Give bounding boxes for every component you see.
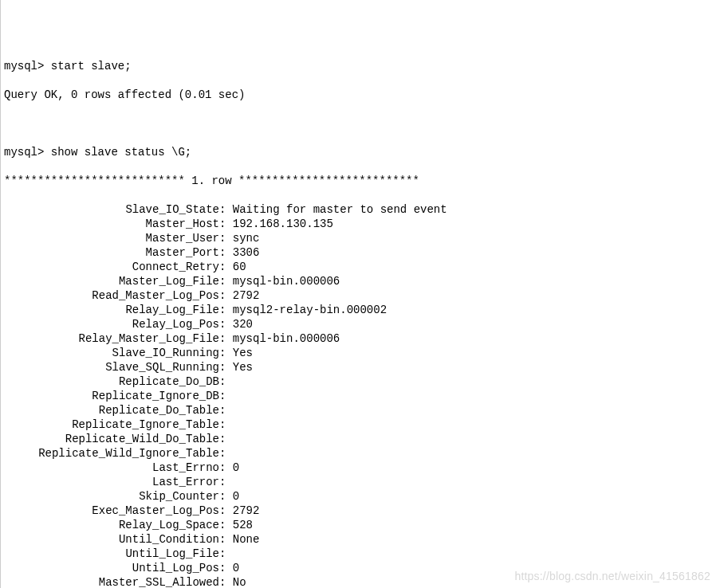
status-value: 0 bbox=[233, 489, 239, 504]
status-row: Relay_Master_Log_File: mysql-bin.000006 bbox=[4, 331, 720, 346]
status-value: Waiting for master to send event bbox=[233, 202, 447, 217]
status-row: Replicate_Do_Table: bbox=[4, 403, 720, 417]
status-row: Master_Host: 192.168.130.135 bbox=[4, 217, 720, 231]
status-key: Replicate_Ignore_Table bbox=[4, 417, 219, 432]
status-separator: : bbox=[219, 532, 233, 547]
mysql-prompt: mysql> bbox=[4, 146, 51, 159]
terminal-line-result1: Query OK, 0 rows affected (0.01 sec) bbox=[4, 88, 720, 102]
status-row: Replicate_Ignore_Table: bbox=[4, 417, 720, 432]
status-separator: : bbox=[219, 417, 233, 432]
status-separator: : bbox=[219, 231, 233, 245]
status-separator: : bbox=[219, 374, 233, 389]
status-separator: : bbox=[219, 561, 233, 575]
status-separator: : bbox=[219, 317, 233, 331]
status-row: Until_Log_File: bbox=[4, 547, 720, 561]
status-row: Master_Log_File: mysql-bin.000006 bbox=[4, 274, 720, 288]
status-value: 2792 bbox=[233, 504, 260, 518]
slave-status-output: Slave_IO_State: Waiting for master to se… bbox=[4, 202, 720, 588]
status-separator: : bbox=[219, 475, 233, 489]
status-separator: : bbox=[219, 389, 233, 403]
status-value: mysql-bin.000006 bbox=[233, 331, 340, 346]
status-key: Replicate_Ignore_DB bbox=[4, 389, 219, 403]
status-value: sync bbox=[233, 231, 260, 245]
status-separator: : bbox=[219, 504, 233, 518]
status-key: Slave_IO_Running bbox=[4, 346, 219, 360]
status-key: Connect_Retry bbox=[4, 260, 219, 274]
status-row: Exec_Master_Log_Pos: 2792 bbox=[4, 504, 720, 518]
status-key: Master_User bbox=[4, 231, 219, 245]
status-key: Skip_Counter bbox=[4, 489, 219, 504]
status-row: Replicate_Wild_Ignore_Table: bbox=[4, 446, 720, 461]
status-key: Replicate_Do_DB bbox=[4, 374, 219, 389]
status-key: Replicate_Wild_Ignore_Table bbox=[4, 446, 219, 461]
status-separator: : bbox=[219, 303, 233, 317]
status-key: Master_Log_File bbox=[4, 274, 219, 288]
terminal-blank-line bbox=[4, 116, 720, 131]
status-value: 0 bbox=[233, 461, 239, 475]
status-row: Skip_Counter: 0 bbox=[4, 489, 720, 504]
status-value: mysql-bin.000006 bbox=[233, 274, 340, 288]
status-row: Last_Errno: 0 bbox=[4, 461, 720, 475]
status-key: Until_Log_File bbox=[4, 547, 219, 561]
status-key: Master_Host bbox=[4, 217, 219, 231]
status-row: Relay_Log_Pos: 320 bbox=[4, 317, 720, 331]
status-separator: : bbox=[219, 245, 233, 260]
status-value: 60 bbox=[233, 260, 246, 274]
status-key: Exec_Master_Log_Pos bbox=[4, 504, 219, 518]
status-key: Relay_Log_Space bbox=[4, 518, 219, 532]
status-row: Relay_Log_Space: 528 bbox=[4, 518, 720, 532]
status-value: Yes bbox=[233, 360, 253, 374]
status-key: Relay_Master_Log_File bbox=[4, 331, 219, 346]
terminal-line-cmd2: mysql> show slave status \G; bbox=[4, 145, 720, 159]
status-row: Connect_Retry: 60 bbox=[4, 260, 720, 274]
status-key: Replicate_Wild_Do_Table bbox=[4, 432, 219, 446]
status-row: Last_Error: bbox=[4, 475, 720, 489]
status-key: Master_SSL_Allowed bbox=[4, 575, 219, 588]
status-separator: : bbox=[219, 202, 233, 217]
terminal-line-cmd1: mysql> start slave; bbox=[4, 59, 720, 73]
status-key: Replicate_Do_Table bbox=[4, 403, 219, 417]
status-key: Master_Port bbox=[4, 245, 219, 260]
status-row: Replicate_Wild_Do_Table: bbox=[4, 432, 720, 446]
status-key: Relay_Log_Pos bbox=[4, 317, 219, 331]
status-row: Replicate_Ignore_DB: bbox=[4, 389, 720, 403]
command-text: start slave; bbox=[51, 60, 132, 73]
watermark-text: https://blog.csdn.net/weixin_41561862 bbox=[514, 569, 710, 583]
status-separator: : bbox=[219, 360, 233, 374]
status-row: Slave_SQL_Running: Yes bbox=[4, 360, 720, 374]
status-separator: : bbox=[219, 489, 233, 504]
status-separator: : bbox=[219, 331, 233, 346]
status-separator: : bbox=[219, 217, 233, 231]
status-value: No bbox=[233, 575, 246, 588]
status-row: Until_Condition: None bbox=[4, 532, 720, 547]
status-row: Relay_Log_File: mysql2-relay-bin.000002 bbox=[4, 303, 720, 317]
row-header: *************************** 1. row *****… bbox=[4, 174, 720, 188]
status-value: 192.168.130.135 bbox=[233, 217, 333, 231]
status-value: 2792 bbox=[233, 288, 260, 303]
status-value: 3306 bbox=[233, 245, 260, 260]
status-key: Slave_IO_State bbox=[4, 202, 219, 217]
status-separator: : bbox=[219, 547, 233, 561]
status-row: Slave_IO_Running: Yes bbox=[4, 346, 720, 360]
status-key: Slave_SQL_Running bbox=[4, 360, 219, 374]
status-value: 320 bbox=[233, 317, 253, 331]
command-text: show slave status \G; bbox=[51, 146, 191, 159]
status-separator: : bbox=[219, 518, 233, 532]
status-separator: : bbox=[219, 432, 233, 446]
status-key: Until_Condition bbox=[4, 532, 219, 547]
status-separator: : bbox=[219, 288, 233, 303]
status-separator: : bbox=[219, 461, 233, 475]
status-row: Replicate_Do_DB: bbox=[4, 374, 720, 389]
status-value: Yes bbox=[233, 346, 253, 360]
status-separator: : bbox=[219, 403, 233, 417]
status-value: None bbox=[233, 532, 260, 547]
status-row: Master_Port: 3306 bbox=[4, 245, 720, 260]
status-row: Read_Master_Log_Pos: 2792 bbox=[4, 288, 720, 303]
status-value: 0 bbox=[233, 561, 239, 575]
status-row: Slave_IO_State: Waiting for master to se… bbox=[4, 202, 720, 217]
status-row: Master_User: sync bbox=[4, 231, 720, 245]
status-key: Last_Errno bbox=[4, 461, 219, 475]
status-separator: : bbox=[219, 446, 233, 461]
status-key: Relay_Log_File bbox=[4, 303, 219, 317]
status-key: Until_Log_Pos bbox=[4, 561, 219, 575]
